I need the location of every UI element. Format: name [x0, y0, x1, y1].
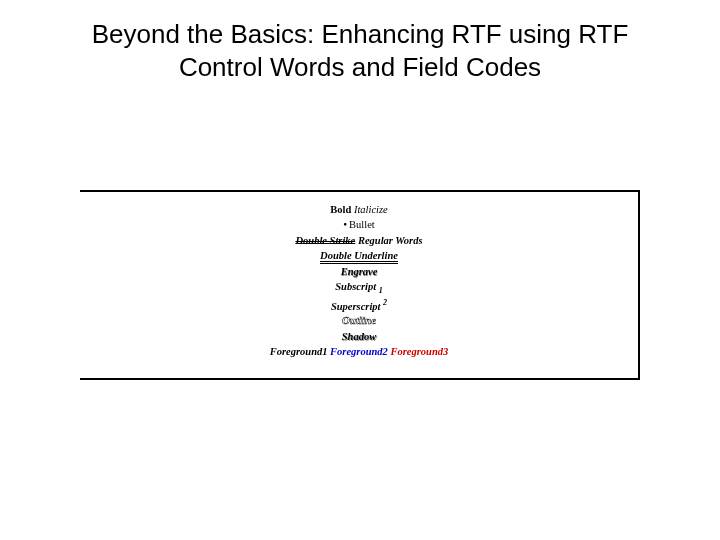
text-double-strike: Double Strike: [295, 235, 355, 246]
line-subscript: Subscript 1: [80, 279, 638, 297]
text-superscript-value: 2: [383, 298, 387, 307]
text-engrave: Engrave: [341, 266, 378, 277]
line-superscript: Superscript 2: [80, 297, 638, 314]
line-bullet: Bullet: [80, 217, 638, 233]
line-bold-italic: Bold Italicize: [80, 202, 638, 217]
line-doubleunderline: Double Underline: [80, 248, 638, 263]
line-foreground: Foreground1 Foreground2 Foreground3: [80, 344, 638, 359]
text-foreground2: Foreground2: [330, 346, 388, 357]
text-outline: Outline: [342, 314, 376, 326]
line-shadow: Shadow: [80, 329, 638, 344]
page-title: Beyond the Basics: Enhancing RTF using R…: [0, 0, 720, 83]
text-foreground3: Foreground3: [391, 346, 449, 357]
rtf-sample: Bold Italicize Bullet Double Strike Regu…: [80, 192, 638, 360]
text-shadow: Shadow: [342, 331, 376, 342]
text-bullet: Bullet: [343, 219, 375, 230]
text-subscript-label: Subscript: [335, 281, 376, 292]
text-bold: Bold: [330, 204, 351, 215]
text-double-underline: Double Underline: [320, 250, 398, 264]
text-italicize: Italicize: [354, 204, 388, 215]
text-regular-words: Regular Words: [358, 235, 423, 246]
line-outline: Outline: [80, 313, 638, 329]
text-foreground1: Foreground1: [270, 346, 328, 357]
line-doublestrike: Double Strike Regular Words: [80, 233, 638, 248]
text-subscript-value: 1: [379, 286, 383, 295]
text-superscript-label: Superscript: [331, 300, 381, 311]
line-engrave: Engrave: [80, 264, 638, 279]
example-frame: Bold Italicize Bullet Double Strike Regu…: [80, 190, 640, 380]
